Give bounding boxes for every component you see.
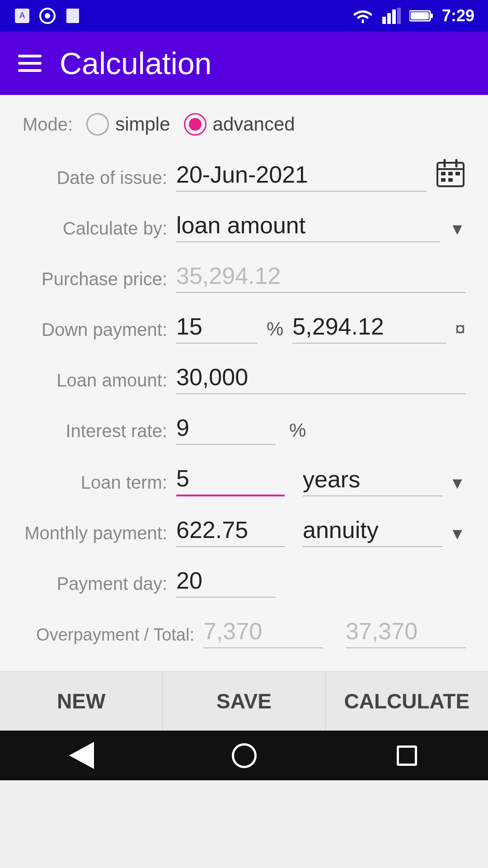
mode-simple-label: simple	[115, 113, 170, 135]
loan-term-row: Loan term: 5 years ▼	[23, 465, 465, 496]
svg-rect-6	[387, 13, 391, 24]
svg-rect-20	[448, 178, 453, 182]
monthly-payment-type[interactable]: annuity	[303, 516, 443, 547]
calculate-by-value[interactable]: loan amount	[176, 212, 440, 242]
svg-rect-5	[382, 17, 386, 24]
mode-label: Mode:	[23, 114, 73, 135]
svg-rect-11	[411, 12, 429, 19]
content-area: Mode: simple advanced Date of issue: 20-…	[0, 95, 488, 671]
svg-rect-7	[392, 9, 396, 24]
loan-term-unit-arrow[interactable]: ▼	[449, 474, 465, 496]
reset-icon[interactable]: ¤	[455, 318, 465, 344]
interest-rate-label: Interest rate:	[23, 421, 167, 445]
calculate-by-wrapper: loan amount	[176, 212, 440, 242]
home-icon	[232, 743, 257, 768]
calculate-button[interactable]: CALCULATE	[326, 672, 488, 731]
app-icon-3	[64, 7, 81, 24]
interest-rate-row: Interest rate: 9 %	[23, 414, 465, 445]
payment-day-label: Payment day:	[23, 574, 167, 598]
payment-day-row: Payment day: 20	[23, 567, 465, 598]
signal-icon	[382, 8, 401, 24]
purchase-price-value[interactable]: 35,294.12	[176, 262, 465, 293]
system-nav-bar	[0, 731, 488, 780]
payment-day-value[interactable]: 20	[176, 567, 276, 598]
loan-amount-label: Loan amount:	[23, 370, 167, 394]
calendar-svg	[436, 158, 465, 188]
overpayment-row: Overpayment / Total: 7,370 37,370	[23, 618, 465, 648]
wifi-icon	[352, 8, 374, 24]
mode-radio-group: simple advanced	[86, 113, 295, 136]
interest-rate-symbol: %	[289, 420, 306, 445]
back-icon	[69, 742, 94, 769]
battery-icon	[409, 9, 434, 23]
interest-rate-value[interactable]: 9	[176, 414, 276, 445]
calculate-by-arrow[interactable]: ▼	[449, 220, 465, 242]
hamburger-menu-button[interactable]	[18, 55, 42, 72]
total-value: 37,370	[346, 618, 465, 648]
date-label: Date of issue:	[23, 168, 167, 192]
back-button[interactable]	[68, 742, 95, 769]
home-button[interactable]	[230, 742, 258, 769]
app-icon-2	[39, 7, 56, 24]
svg-rect-16	[441, 172, 446, 175]
calculate-by-row: Calculate by: loan amount ▼	[23, 212, 465, 242]
svg-rect-8	[397, 8, 401, 24]
bottom-action-bar: NEW SAVE CALCULATE	[0, 671, 488, 731]
recent-apps-icon	[397, 745, 417, 766]
loan-term-label: Loan term:	[23, 472, 167, 496]
time-display: 7:29	[442, 6, 474, 25]
page-title: Calculation	[60, 46, 211, 81]
loan-term-unit[interactable]: years	[303, 466, 443, 496]
purchase-price-label: Purchase price:	[23, 269, 167, 293]
overpayment-label: Overpayment / Total:	[23, 625, 194, 648]
loan-term-value[interactable]: 5	[176, 465, 285, 496]
status-bar: A 7:29	[0, 0, 488, 32]
down-payment-label: Down payment:	[23, 320, 167, 344]
loan-amount-value[interactable]: 30,000	[176, 363, 465, 394]
calendar-icon[interactable]	[436, 158, 465, 192]
status-icons: A	[14, 7, 81, 24]
overpayment-value: 7,370	[203, 618, 323, 648]
calculate-by-label: Calculate by:	[23, 218, 167, 242]
date-of-issue-row: Date of issue: 20-Jun-2021	[23, 158, 465, 192]
monthly-payment-value[interactable]: 622.75	[176, 516, 285, 547]
svg-point-3	[45, 13, 50, 19]
svg-rect-4	[66, 9, 79, 23]
date-value[interactable]: 20-Jun-2021	[176, 161, 427, 192]
down-payment-amount[interactable]: 5,294.12	[292, 313, 446, 344]
svg-rect-10	[430, 14, 433, 18]
mode-advanced-radio[interactable]	[184, 113, 206, 136]
loan-amount-row: Loan amount: 30,000	[23, 363, 465, 394]
monthly-payment-type-arrow[interactable]: ▼	[449, 524, 465, 547]
mode-simple-radio[interactable]	[86, 113, 109, 136]
svg-rect-13	[437, 168, 464, 170]
svg-rect-17	[448, 172, 453, 175]
mode-advanced-label: advanced	[213, 113, 295, 135]
recent-apps-button[interactable]	[393, 742, 420, 769]
mode-row: Mode: simple advanced	[23, 113, 465, 136]
status-right: 7:29	[352, 6, 474, 25]
app-icon-1: A	[14, 7, 31, 24]
percent-symbol: %	[267, 318, 283, 344]
svg-rect-19	[441, 178, 446, 182]
svg-rect-18	[455, 172, 460, 175]
mode-advanced-option[interactable]: advanced	[184, 113, 295, 136]
monthly-payment-row: Monthly payment: 622.75 annuity ▼	[23, 516, 465, 547]
monthly-payment-label: Monthly payment:	[23, 523, 167, 547]
purchase-price-row: Purchase price: 35,294.12	[23, 262, 465, 293]
svg-text:A: A	[19, 11, 25, 20]
new-button[interactable]: NEW	[0, 672, 163, 731]
down-payment-percent[interactable]: 15	[176, 313, 258, 344]
down-payment-row: Down payment: 15 % 5,294.12 ¤	[23, 313, 465, 344]
mode-simple-option[interactable]: simple	[86, 113, 170, 136]
app-header: Calculation	[0, 32, 488, 95]
save-button[interactable]: SAVE	[163, 672, 325, 731]
